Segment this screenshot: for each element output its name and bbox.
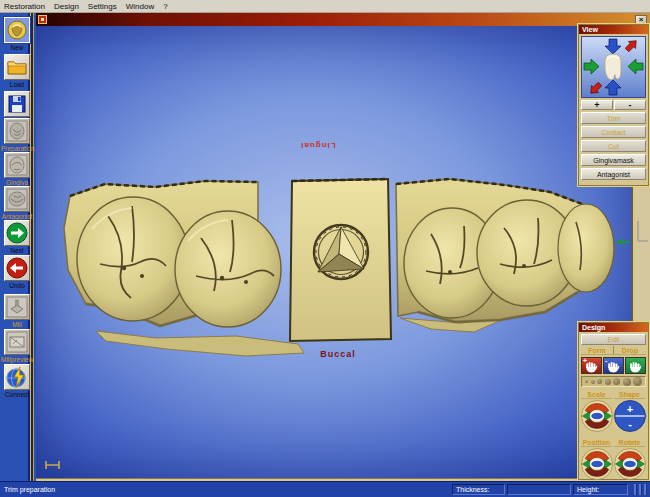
dental-model-graphic: [36, 26, 632, 478]
mill-icon: [5, 295, 29, 319]
new-button[interactable]: [4, 17, 30, 43]
new-icon: [5, 18, 29, 42]
remove-material-button[interactable]: -: [603, 357, 624, 374]
millpreview-icon: [5, 330, 29, 354]
axis-l-icon: [635, 219, 649, 245]
rotate-down-arrow-icon[interactable]: [605, 39, 621, 54]
close-icon[interactable]: ×: [635, 15, 647, 25]
floppy-icon: [5, 92, 29, 116]
buccal-label: Buccal: [306, 349, 370, 359]
next-button[interactable]: [4, 220, 30, 246]
edit-button[interactable]: Edit: [581, 334, 646, 345]
preparation-scan-icon: [5, 119, 29, 143]
next-arrow-icon: [5, 221, 29, 245]
connect-button[interactable]: [4, 364, 30, 390]
menu-window[interactable]: Window: [126, 2, 154, 11]
rotate-cw-arrow-icon[interactable]: [623, 37, 639, 53]
toolbar-item-load: Load: [1, 54, 33, 88]
shape-pad[interactable]: + -: [614, 400, 646, 432]
thickness-value-field: [507, 484, 571, 495]
axis-arrow-icon: [616, 238, 631, 246]
undo-button[interactable]: [4, 255, 30, 281]
thickness-label-field: Thickness:: [452, 484, 505, 495]
design-panel-title: Design: [579, 323, 648, 332]
hand-smooth-icon: [629, 361, 642, 373]
position-pad[interactable]: [581, 448, 613, 480]
menu-help[interactable]: ?: [163, 2, 167, 11]
position-pad-group: Position: [580, 438, 613, 484]
design-panel: Design Edit Form Drop + -: [578, 322, 649, 480]
gingiva-scan-button[interactable]: [4, 152, 30, 178]
transform-pads: Scale Shape +: [580, 390, 647, 486]
height-label-field: Height:: [573, 484, 628, 495]
tooth-icon: [605, 54, 621, 80]
form-tab[interactable]: Form: [581, 346, 614, 354]
scale-pad-group: Scale: [580, 390, 613, 436]
workspace: New Load: [0, 13, 650, 481]
undo-arrow-icon: [5, 256, 29, 280]
cut-button[interactable]: Cut: [581, 140, 646, 152]
antagonist-scan-button[interactable]: [4, 186, 30, 212]
form-drop-row: Form Drop: [581, 346, 646, 355]
rotate-up-arrow-icon[interactable]: [605, 80, 621, 95]
hand-remove-icon: [607, 361, 620, 373]
rotate-pad-group: Rotate: [613, 438, 646, 484]
resize-grip[interactable]: [634, 484, 648, 495]
rotate-pad[interactable]: [614, 448, 646, 480]
lingual-label: Lingual: [286, 141, 350, 150]
scale-marker-icon: [45, 460, 61, 470]
wax-tool-buttons: + -: [581, 357, 646, 374]
toolbar-item-gingiva: Gingiva: [1, 152, 33, 186]
status-message: Trim preparation: [4, 486, 55, 493]
zoom-out-button[interactable]: -: [614, 100, 646, 110]
rotate-right-arrow-icon[interactable]: [584, 59, 599, 74]
view-panel-title: View: [579, 25, 648, 34]
toolbar-item-mill: Mill: [1, 294, 33, 328]
toolbar-item-millpreview: Millpreview: [1, 329, 33, 363]
gingiva-scan-icon: [5, 153, 29, 177]
left-toolbar: New Load: [0, 13, 36, 481]
toolbar-item-connect: Connect: [1, 364, 33, 398]
save-button[interactable]: [4, 91, 30, 117]
toolbar-item-antagonist: Antagonist: [1, 186, 33, 220]
add-material-button[interactable]: +: [581, 357, 602, 374]
shape-pad-group: Shape + -: [613, 390, 646, 436]
application-window: Restoration Design Settings Window ? New: [0, 0, 650, 497]
millpreview-button[interactable]: [4, 329, 30, 355]
toolbar-item-new: New: [1, 17, 33, 51]
view-panel: View: [578, 24, 649, 186]
gingivamask-button[interactable]: Gingivamask: [581, 154, 646, 166]
svg-text:-: -: [628, 418, 632, 430]
toolbar-item-next: Next: [1, 220, 33, 254]
rotate-ccw-arrow-icon[interactable]: [587, 80, 603, 96]
toolbar-item-preparation: Preparation: [1, 118, 33, 152]
tool-size-selector[interactable]: [581, 376, 646, 387]
scale-pad[interactable]: [581, 400, 613, 432]
window-title-bar: ×: [36, 13, 650, 26]
status-bar: Trim preparation Thickness: Height:: [0, 481, 650, 497]
viewport-3d[interactable]: Lingual Buccal: [36, 26, 632, 478]
antagonist-scan-icon: [5, 187, 29, 211]
folder-icon: [5, 55, 29, 79]
connect-globe-icon: [5, 365, 29, 389]
svg-text:+: +: [626, 403, 632, 415]
load-button[interactable]: [4, 54, 30, 80]
antagonist-button[interactable]: Antagonist: [581, 168, 646, 180]
window-icon: [38, 15, 47, 24]
smooth-material-button[interactable]: [625, 357, 646, 374]
menu-design[interactable]: Design: [54, 2, 79, 11]
drop-tab[interactable]: Drop: [614, 346, 646, 354]
mill-button[interactable]: [4, 294, 30, 320]
contact-button[interactable]: Contact: [581, 126, 646, 138]
trim-button[interactable]: Trim: [581, 112, 646, 124]
menu-settings[interactable]: Settings: [88, 2, 117, 11]
rotate-left-arrow-icon[interactable]: [628, 59, 643, 74]
zoom-in-button[interactable]: +: [581, 100, 613, 110]
menu-bar: Restoration Design Settings Window ?: [0, 0, 650, 13]
preparation-button[interactable]: [4, 118, 30, 144]
menu-restoration[interactable]: Restoration: [4, 2, 45, 11]
view-orientation-box: [581, 36, 646, 98]
toolbar-item-undo: Undo: [1, 255, 33, 289]
